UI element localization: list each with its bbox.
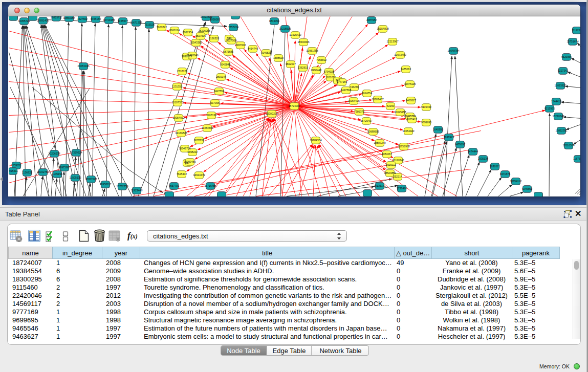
svg-text:1615112: 1615112 xyxy=(386,163,396,166)
svg-text:2935134: 2935134 xyxy=(478,157,488,160)
svg-text:10025458: 10025458 xyxy=(394,111,406,114)
svg-text:16210643: 16210643 xyxy=(552,115,564,118)
svg-text:9146821: 9146821 xyxy=(261,51,271,54)
svg-text:18640906: 18640906 xyxy=(297,40,309,43)
svg-text:3822037: 3822037 xyxy=(286,62,296,65)
svg-text:18853711: 18853711 xyxy=(51,16,62,19)
svg-text:3624554: 3624554 xyxy=(362,92,372,95)
svg-text:5938923: 5938923 xyxy=(444,136,454,139)
svg-text:23300295: 23300295 xyxy=(266,112,277,115)
svg-text:7857224: 7857224 xyxy=(228,26,238,29)
svg-text:19166825: 19166825 xyxy=(175,132,187,135)
svg-text:20053346: 20053346 xyxy=(77,64,89,68)
svg-text:6497568: 6497568 xyxy=(341,89,351,92)
svg-text:3915411: 3915411 xyxy=(9,169,18,172)
svg-text:7632621: 7632621 xyxy=(490,165,500,168)
svg-text:9463627: 9463627 xyxy=(406,99,416,102)
svg-text:19958117: 19958117 xyxy=(100,183,112,186)
svg-text:28226058: 28226058 xyxy=(198,29,210,32)
svg-text:12975115: 12975115 xyxy=(404,82,416,85)
svg-text:2659051: 2659051 xyxy=(11,164,21,167)
svg-text:1588520: 1588520 xyxy=(273,56,284,59)
svg-text:1621072: 1621072 xyxy=(325,76,336,79)
svg-text:1156829: 1156829 xyxy=(22,171,32,174)
svg-text:10120746: 10120746 xyxy=(392,159,404,162)
svg-text:10543382: 10543382 xyxy=(190,41,202,44)
svg-text:9227342: 9227342 xyxy=(558,69,568,72)
svg-text:7625402: 7625402 xyxy=(177,172,187,176)
svg-text:6479197: 6479197 xyxy=(455,143,465,146)
svg-text:1231350: 1231350 xyxy=(172,85,182,88)
svg-text:19384554: 19384554 xyxy=(310,139,321,142)
svg-text:1167533: 1167533 xyxy=(573,157,580,160)
svg-text:17016504: 17016504 xyxy=(562,144,574,147)
svg-text:2803144: 2803144 xyxy=(216,75,226,78)
svg-text:10853257: 10853257 xyxy=(63,16,75,19)
svg-text:18807249: 18807249 xyxy=(374,141,385,144)
svg-text:1640995: 1640995 xyxy=(433,128,443,131)
svg-text:9777169: 9777169 xyxy=(337,80,347,83)
svg-text:7386372: 7386372 xyxy=(354,110,364,113)
svg-text:9115460: 9115460 xyxy=(421,105,431,108)
svg-text:1733426: 1733426 xyxy=(397,187,407,190)
svg-text:10756928: 10756928 xyxy=(398,145,409,148)
svg-text:11923448: 11923448 xyxy=(131,189,143,192)
svg-text:9657791: 9657791 xyxy=(169,184,179,187)
svg-text:10961758: 10961758 xyxy=(306,49,318,52)
svg-text:19054922: 19054922 xyxy=(172,116,184,119)
svg-text:16782759: 16782759 xyxy=(116,185,128,188)
svg-text:20206578: 20206578 xyxy=(48,152,60,155)
svg-text:9084067: 9084067 xyxy=(382,152,392,156)
svg-text:5875685: 5875685 xyxy=(223,50,233,53)
svg-text:8660124: 8660124 xyxy=(169,29,180,32)
svg-text:252214: 252214 xyxy=(393,175,402,178)
svg-text:1065412: 1065412 xyxy=(407,118,417,121)
svg-text:14914479: 14914479 xyxy=(193,173,205,177)
svg-text:8678332: 8678332 xyxy=(194,139,204,142)
svg-text:7663822: 7663822 xyxy=(157,26,167,29)
svg-text:62160: 62160 xyxy=(387,104,395,107)
svg-text:2087682: 2087682 xyxy=(366,18,377,21)
svg-text:9245652: 9245652 xyxy=(522,187,532,190)
svg-text:16671355: 16671355 xyxy=(130,21,142,24)
svg-text:20691406: 20691406 xyxy=(37,19,49,22)
svg-text:9155577: 9155577 xyxy=(118,19,128,23)
svg-text:10807467: 10807467 xyxy=(372,98,383,101)
svg-text:12342757: 12342757 xyxy=(37,170,49,173)
svg-text:8912954: 8912954 xyxy=(183,31,193,34)
svg-text:16099489: 16099489 xyxy=(184,160,195,163)
svg-text:9529966: 9529966 xyxy=(561,55,572,58)
svg-text:917006: 917006 xyxy=(210,101,219,104)
svg-text:12055721: 12055721 xyxy=(18,19,30,23)
svg-text:17359924: 17359924 xyxy=(70,151,82,154)
svg-text:15716485: 15716485 xyxy=(204,184,216,187)
svg-text:8990448: 8990448 xyxy=(311,69,321,72)
svg-text:12213967: 12213967 xyxy=(386,40,398,43)
svg-text:14136141: 14136141 xyxy=(374,184,385,187)
svg-text:23420046: 23420046 xyxy=(186,54,198,57)
svg-text:1145194: 1145194 xyxy=(52,172,62,176)
svg-text:15720407: 15720407 xyxy=(360,119,372,122)
svg-text:9827506: 9827506 xyxy=(195,34,206,37)
svg-text:9899695: 9899695 xyxy=(421,121,431,124)
svg-text:1244419: 1244419 xyxy=(551,100,561,103)
svg-text:9474444: 9474444 xyxy=(468,150,478,153)
svg-text:12505135: 12505135 xyxy=(69,176,81,179)
svg-text:7955812: 7955812 xyxy=(316,58,326,61)
svg-text:1362615: 1362615 xyxy=(298,66,308,69)
svg-text:2718126: 2718126 xyxy=(177,70,187,73)
svg-text:13325419: 13325419 xyxy=(289,33,301,36)
svg-text:19654923: 19654923 xyxy=(402,129,414,133)
svg-text:8813054: 8813054 xyxy=(269,19,279,23)
svg-text:8215955: 8215955 xyxy=(545,107,555,110)
svg-text:1112223: 1112223 xyxy=(572,29,580,32)
svg-text:20364436: 20364436 xyxy=(347,99,359,102)
svg-text:15892391: 15892391 xyxy=(555,129,567,132)
svg-text:1527602: 1527602 xyxy=(77,17,88,20)
svg-text:18724007: 18724007 xyxy=(288,104,300,107)
svg-text:4498222: 4498222 xyxy=(187,150,198,154)
svg-text:9242848: 9242848 xyxy=(220,63,230,66)
svg-text:6794028: 6794028 xyxy=(324,70,334,73)
svg-text:10688609: 10688609 xyxy=(367,130,379,133)
svg-text:19218506: 19218506 xyxy=(279,27,291,30)
